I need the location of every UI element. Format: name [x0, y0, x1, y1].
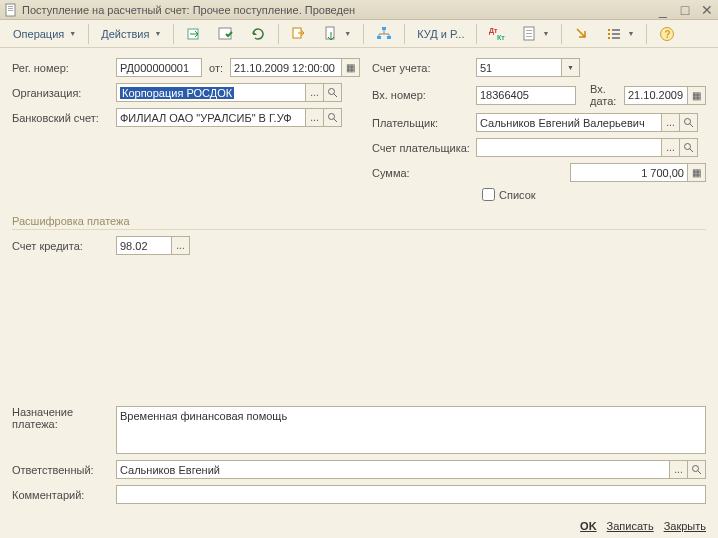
- sum-input[interactable]: [570, 163, 688, 182]
- svg-rect-20: [612, 33, 620, 35]
- chevron-down-icon[interactable]: ▼: [562, 58, 580, 77]
- svg-point-25: [328, 88, 334, 94]
- svg-rect-19: [608, 33, 610, 35]
- list-checkbox[interactable]: [482, 188, 495, 201]
- bank-label: Банковский счет:: [12, 112, 112, 124]
- close-button[interactable]: ✕: [700, 2, 714, 18]
- tool-report[interactable]: ▼: [514, 23, 556, 45]
- chevron-down-icon: ▼: [542, 30, 549, 37]
- ellipsis-button[interactable]: ...: [306, 83, 324, 102]
- acct-label: Счет учета:: [372, 62, 472, 74]
- purpose-input[interactable]: Временная финансовая помощь: [116, 406, 706, 454]
- vxnum-label: Вх. номер:: [372, 89, 472, 101]
- help-icon: ?: [659, 26, 675, 42]
- calculator-icon[interactable]: ▦: [688, 163, 706, 182]
- magnifier-icon[interactable]: [680, 113, 698, 132]
- svg-rect-9: [377, 36, 381, 39]
- chevron-down-icon: ▼: [344, 30, 351, 37]
- svg-rect-7: [326, 27, 334, 39]
- tool-link[interactable]: [567, 23, 597, 45]
- tool-list[interactable]: ▼: [599, 23, 641, 45]
- magnifier-icon[interactable]: [324, 83, 342, 102]
- org-label: Организация:: [12, 87, 112, 99]
- doc-green-icon: [323, 26, 339, 42]
- svg-line-28: [334, 119, 337, 122]
- tool-structure[interactable]: [369, 23, 399, 45]
- calendar-icon[interactable]: ▦: [342, 58, 360, 77]
- magnifier-icon[interactable]: [680, 138, 698, 157]
- ok-button[interactable]: OK: [580, 520, 597, 532]
- svg-rect-15: [526, 33, 532, 34]
- tool-doc-down[interactable]: ▼: [316, 23, 358, 45]
- svg-rect-10: [387, 36, 391, 39]
- credit-input[interactable]: [116, 236, 172, 255]
- minimize-button[interactable]: _: [656, 2, 670, 18]
- ellipsis-button[interactable]: ...: [670, 460, 688, 479]
- acct-input[interactable]: [476, 58, 562, 77]
- payer-label: Плательщик:: [372, 117, 472, 129]
- tool-ledger[interactable]: [211, 23, 241, 45]
- svg-rect-18: [612, 29, 620, 31]
- arrow-down-right-icon: [574, 26, 590, 42]
- tool-refresh[interactable]: [243, 23, 273, 45]
- svg-rect-8: [382, 27, 386, 30]
- svg-point-33: [692, 465, 698, 471]
- magnifier-icon[interactable]: [688, 460, 706, 479]
- tool-post[interactable]: [179, 23, 209, 45]
- org-input[interactable]: Корпорация РОСДОК: [116, 83, 306, 102]
- tool-help[interactable]: ?: [652, 23, 682, 45]
- tree-icon: [376, 26, 392, 42]
- chevron-down-icon: ▼: [627, 30, 634, 37]
- magnifier-icon[interactable]: [324, 108, 342, 127]
- save-button[interactable]: Записать: [607, 520, 654, 532]
- operation-menu[interactable]: Операция▼: [6, 23, 83, 45]
- svg-line-34: [698, 471, 701, 474]
- reg-num-input[interactable]: [116, 58, 202, 77]
- vxdate-input[interactable]: [624, 86, 688, 105]
- report-icon: [521, 26, 537, 42]
- dtkt-icon: ДтКт: [489, 26, 505, 42]
- ot-label: от:: [209, 62, 223, 74]
- payer-acct-input[interactable]: [476, 138, 662, 157]
- svg-point-29: [684, 118, 690, 124]
- tool-copy[interactable]: [284, 23, 314, 45]
- svg-rect-3: [8, 10, 13, 11]
- list-icon: [606, 26, 622, 42]
- resp-label: Ответственный:: [12, 464, 112, 476]
- svg-line-32: [690, 149, 693, 152]
- svg-text:?: ?: [665, 29, 671, 40]
- comment-label: Комментарий:: [12, 489, 112, 501]
- svg-point-27: [328, 113, 334, 119]
- vxnum-input[interactable]: [476, 86, 576, 105]
- close-footer-button[interactable]: Закрыть: [664, 520, 706, 532]
- svg-rect-17: [608, 29, 610, 31]
- chevron-down-icon: ▼: [154, 30, 161, 37]
- payer-acct-label: Счет плательщика:: [372, 142, 472, 154]
- vxdate-label: Вх. дата:: [590, 83, 620, 107]
- calendar-icon[interactable]: ▦: [688, 86, 706, 105]
- resp-input[interactable]: [116, 460, 670, 479]
- svg-rect-1: [8, 6, 13, 7]
- tool-kudir[interactable]: КУД и Р...: [410, 23, 471, 45]
- refresh-icon: [250, 26, 266, 42]
- arrow-icon: [186, 26, 202, 42]
- comment-input[interactable]: [116, 485, 706, 504]
- copy-arrow-icon: [291, 26, 307, 42]
- payment-detail-section: Расшифровка платежа: [12, 215, 706, 230]
- list-checkbox-label: Список: [499, 189, 536, 201]
- purpose-label: Назначениеплатежа:: [12, 406, 112, 430]
- svg-rect-22: [612, 37, 620, 39]
- window-title: Поступление на расчетный счет: Прочее по…: [22, 4, 656, 16]
- maximize-button[interactable]: □: [678, 2, 692, 18]
- payer-input[interactable]: [476, 113, 662, 132]
- ellipsis-button[interactable]: ...: [662, 113, 680, 132]
- ellipsis-button[interactable]: ...: [306, 108, 324, 127]
- chevron-down-icon: ▼: [69, 30, 76, 37]
- ellipsis-button[interactable]: ...: [662, 138, 680, 157]
- date-input[interactable]: [230, 58, 342, 77]
- svg-rect-2: [8, 8, 13, 9]
- ellipsis-button[interactable]: ...: [172, 236, 190, 255]
- actions-menu[interactable]: Действия▼: [94, 23, 168, 45]
- tool-dtkt[interactable]: ДтКт: [482, 23, 512, 45]
- bank-input[interactable]: [116, 108, 306, 127]
